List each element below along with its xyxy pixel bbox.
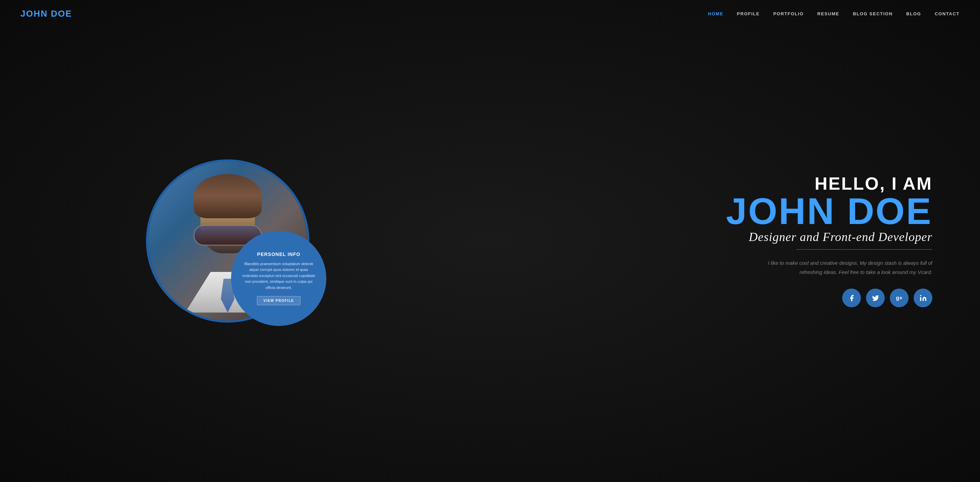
nav-portfolio[interactable]: PORTFOLIO [773, 11, 803, 16]
navbar: JOHN DOE HOME PROFILE PORTFOLIO RESUME B… [0, 0, 980, 27]
nav-resume[interactable]: RESUME [817, 11, 840, 16]
nav-links: HOME PROFILE PORTFOLIO RESUME BLOG SECTI… [708, 11, 959, 17]
hero-bio: I like to make cool and creative designs… [762, 258, 932, 277]
facebook-icon [848, 294, 856, 302]
hero-title: Designer and Front-end Developer [749, 230, 932, 244]
linkedin-icon [920, 294, 927, 302]
twitter-button[interactable] [866, 289, 885, 307]
twitter-icon [872, 294, 879, 302]
nav-blog[interactable]: BLOG [906, 11, 921, 16]
nav-home[interactable]: HOME [708, 11, 724, 16]
svg-point-0 [920, 295, 921, 296]
profile-circle-container: PERSONEL INFO Blanditiis praesentium vol… [139, 153, 316, 329]
view-profile-button[interactable]: VIEW PROFILE [257, 296, 301, 305]
linkedin-button[interactable] [914, 289, 932, 307]
right-section: HELLO, I AM JOHN DOE Designer and Front-… [435, 175, 959, 307]
info-bubble: PERSONEL INFO Blanditiis praesentium vol… [231, 231, 326, 326]
nav-blog-section[interactable]: BLOG SECTION [853, 11, 892, 16]
facebook-button[interactable] [842, 289, 861, 307]
nav-profile[interactable]: PROFILE [737, 11, 760, 16]
main-content: PERSONEL INFO Blanditiis praesentium vol… [0, 0, 980, 482]
hero-name: JOHN DOE [726, 192, 932, 230]
info-bubble-text: Blanditiis praesentium voluptatum deleni… [241, 261, 316, 291]
left-section: PERSONEL INFO Blanditiis praesentium vol… [21, 153, 435, 329]
social-icons-container: g+ [842, 289, 932, 307]
googleplus-icon: g+ [896, 295, 902, 301]
info-bubble-title: PERSONEL INFO [257, 252, 301, 257]
nav-contact[interactable]: CONTACT [935, 11, 959, 16]
googleplus-button[interactable]: g+ [890, 289, 908, 307]
nav-logo[interactable]: JOHN DOE [21, 8, 72, 19]
hero-divider [796, 249, 932, 250]
